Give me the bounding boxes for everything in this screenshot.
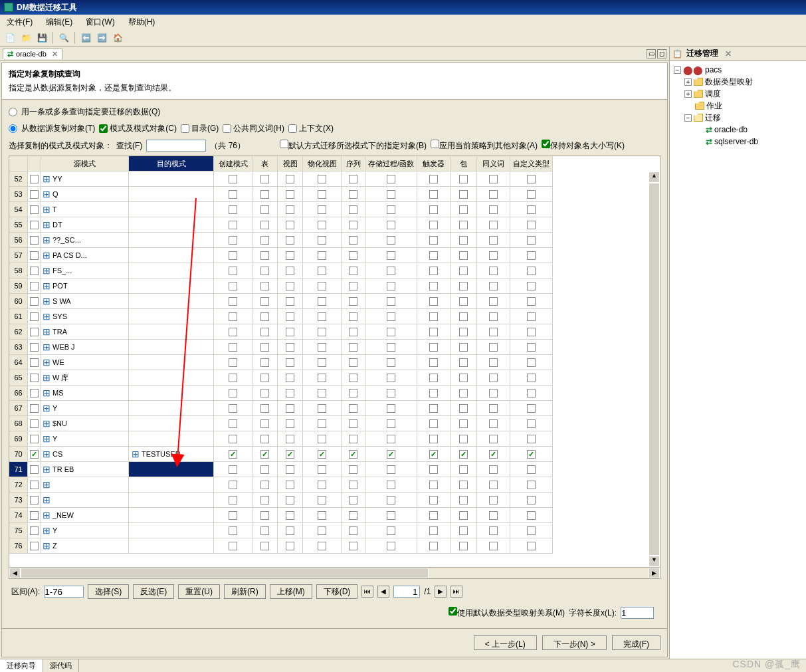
col-header[interactable]: 表 <box>252 156 278 171</box>
option-checkbox[interactable] <box>417 538 451 554</box>
option-checkbox[interactable] <box>214 248 252 263</box>
option-checkbox[interactable] <box>417 171 451 187</box>
option-checkbox[interactable] <box>477 431 510 447</box>
dest-schema[interactable] <box>129 340 214 355</box>
option-checkbox[interactable] <box>342 340 365 355</box>
row-checkbox[interactable] <box>28 217 41 233</box>
btn-up[interactable]: 上移(M) <box>270 584 312 599</box>
option-checkbox[interactable] <box>252 538 278 554</box>
option-checkbox[interactable] <box>510 431 553 447</box>
option-checkbox[interactable] <box>365 401 417 416</box>
option-checkbox[interactable] <box>342 538 365 554</box>
option-checkbox[interactable] <box>417 370 451 386</box>
option-checkbox[interactable] <box>303 508 342 523</box>
option-checkbox[interactable] <box>510 171 553 187</box>
option-checkbox[interactable] <box>214 294 252 309</box>
btn-next[interactable]: 下一步(N) > <box>542 635 607 650</box>
option-checkbox[interactable] <box>278 355 303 370</box>
option-checkbox[interactable] <box>477 477 510 493</box>
option-checkbox[interactable] <box>477 386 510 401</box>
option-checkbox[interactable] <box>451 386 477 401</box>
option-checkbox[interactable] <box>365 370 417 386</box>
option-checkbox[interactable] <box>510 523 553 538</box>
row-checkbox[interactable] <box>28 431 41 447</box>
option-checkbox[interactable] <box>342 493 365 508</box>
option-checkbox[interactable] <box>278 493 303 508</box>
row-checkbox[interactable] <box>28 279 41 294</box>
option-checkbox[interactable] <box>417 386 451 401</box>
option-checkbox[interactable] <box>510 340 553 355</box>
option-checkbox[interactable] <box>510 538 553 554</box>
tb-new[interactable]: 📄 <box>3 31 17 45</box>
option-checkbox[interactable] <box>342 217 365 233</box>
source-schema[interactable]: PA CS D... <box>41 248 129 263</box>
option-checkbox[interactable] <box>342 187 365 202</box>
option-checkbox[interactable] <box>365 508 417 523</box>
maximize-icon[interactable]: ◻ <box>657 49 666 58</box>
row-checkbox[interactable] <box>28 171 41 187</box>
option-checkbox[interactable] <box>417 294 451 309</box>
tb-nav2[interactable]: ➡️ <box>94 31 109 45</box>
source-schema[interactable]: W 库 <box>41 370 129 386</box>
tree-oracle-db[interactable]: oracle-db <box>672 124 803 136</box>
option-checkbox[interactable] <box>278 263 303 279</box>
option-checkbox[interactable] <box>510 248 553 263</box>
option-checkbox[interactable] <box>303 233 342 248</box>
option-checkbox[interactable] <box>278 324 303 340</box>
option-checkbox[interactable] <box>342 248 365 263</box>
option-checkbox[interactable] <box>252 233 278 248</box>
minimize-icon[interactable]: ▭ <box>647 49 656 58</box>
option-checkbox[interactable] <box>278 431 303 447</box>
col-header[interactable]: 同义词 <box>477 156 510 171</box>
menu-window[interactable]: 窗口(W) <box>79 15 121 29</box>
option-checkbox[interactable] <box>303 217 342 233</box>
option-checkbox[interactable] <box>252 202 278 217</box>
option-checkbox[interactable] <box>417 279 451 294</box>
option-checkbox[interactable] <box>303 202 342 217</box>
option-checkbox[interactable] <box>365 294 417 309</box>
option-checkbox[interactable] <box>278 248 303 263</box>
tb-nav1[interactable]: ⬅️ <box>78 31 93 45</box>
source-schema[interactable]: WEB J <box>41 340 129 355</box>
option-checkbox[interactable] <box>477 294 510 309</box>
option-checkbox[interactable] <box>214 477 252 493</box>
option-checkbox[interactable] <box>510 202 553 217</box>
len-input[interactable] <box>621 607 654 619</box>
option-checkbox[interactable] <box>214 416 252 431</box>
option-checkbox[interactable] <box>303 401 342 416</box>
option-checkbox[interactable] <box>477 263 510 279</box>
tree-sqlserver-db[interactable]: sqlserver-db <box>672 136 803 148</box>
tab-oracle-db[interactable]: oracle-db ✕ <box>3 49 62 59</box>
source-schema[interactable]: POT <box>41 279 129 294</box>
row-checkbox[interactable] <box>28 340 41 355</box>
option-checkbox[interactable] <box>303 477 342 493</box>
source-schema[interactable] <box>41 477 129 493</box>
option-checkbox[interactable] <box>214 355 252 370</box>
dest-schema[interactable] <box>129 324 214 340</box>
option-checkbox[interactable] <box>252 294 278 309</box>
dest-schema[interactable] <box>129 355 214 370</box>
cb-ctx[interactable] <box>288 124 297 133</box>
option-checkbox[interactable] <box>451 508 477 523</box>
dest-schema[interactable] <box>129 263 214 279</box>
source-schema[interactable]: S WA <box>41 294 129 309</box>
option-checkbox[interactable] <box>451 538 477 554</box>
col-header[interactable]: 序列 <box>342 156 365 171</box>
cb-dir[interactable] <box>181 124 189 133</box>
option-checkbox[interactable] <box>510 386 553 401</box>
option-checkbox[interactable] <box>510 263 553 279</box>
option-checkbox[interactable] <box>342 447 365 462</box>
option-checkbox[interactable] <box>303 386 342 401</box>
option-checkbox[interactable] <box>278 171 303 187</box>
option-checkbox[interactable] <box>365 462 417 477</box>
option-checkbox[interactable] <box>303 294 342 309</box>
source-schema[interactable] <box>41 493 129 508</box>
option-checkbox[interactable] <box>342 370 365 386</box>
close-icon[interactable]: ✕ <box>52 50 58 58</box>
option-checkbox[interactable] <box>214 187 252 202</box>
row-checkbox[interactable] <box>28 462 41 477</box>
source-schema[interactable]: _NEW <box>41 508 129 523</box>
option-checkbox[interactable] <box>365 431 417 447</box>
option-checkbox[interactable] <box>214 217 252 233</box>
tab-source[interactable]: 源代码 <box>43 659 79 672</box>
